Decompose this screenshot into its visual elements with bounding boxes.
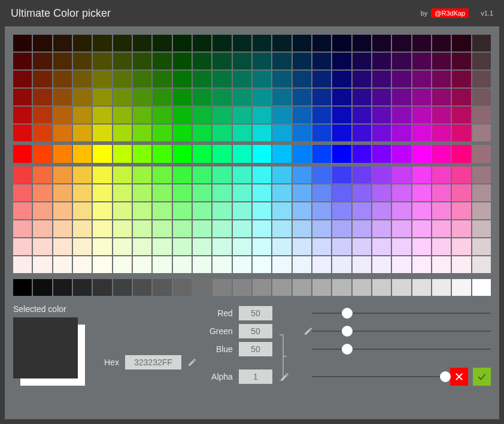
color-swatch[interactable] (212, 145, 231, 163)
color-swatch[interactable] (353, 238, 371, 255)
color-swatch[interactable] (312, 238, 331, 255)
color-swatch[interactable] (53, 256, 72, 273)
color-swatch[interactable] (332, 220, 351, 237)
color-swatch[interactable] (153, 145, 171, 163)
color-swatch[interactable] (253, 89, 271, 105)
author-badge[interactable]: @R3dKap (431, 8, 469, 18)
cancel-button[interactable] (450, 368, 468, 386)
color-swatch[interactable] (193, 279, 211, 296)
color-swatch[interactable] (272, 53, 291, 69)
color-swatch[interactable] (312, 166, 331, 183)
color-swatch[interactable] (253, 184, 271, 201)
color-swatch[interactable] (312, 107, 331, 123)
color-swatch[interactable] (472, 71, 491, 87)
color-swatch[interactable] (272, 35, 291, 52)
color-swatch[interactable] (173, 89, 192, 105)
color-swatch[interactable] (53, 145, 72, 163)
color-swatch[interactable] (312, 202, 331, 219)
color-swatch[interactable] (332, 279, 351, 296)
color-swatch[interactable] (173, 71, 192, 87)
color-swatch[interactable] (312, 125, 331, 141)
color-swatch[interactable] (173, 238, 192, 255)
color-swatch[interactable] (293, 256, 311, 273)
color-swatch[interactable] (312, 220, 331, 237)
color-swatch[interactable] (93, 238, 111, 255)
color-swatch[interactable] (392, 145, 411, 163)
color-swatch[interactable] (53, 53, 72, 69)
color-swatch[interactable] (412, 89, 431, 105)
color-swatch[interactable] (432, 166, 451, 183)
color-swatch[interactable] (153, 107, 171, 123)
color-swatch[interactable] (233, 89, 251, 105)
color-swatch[interactable] (253, 166, 271, 183)
color-swatch[interactable] (272, 145, 291, 163)
color-swatch[interactable] (173, 220, 192, 237)
color-swatch[interactable] (73, 256, 92, 273)
color-swatch[interactable] (432, 220, 451, 237)
green-slider[interactable] (312, 325, 491, 337)
color-swatch[interactable] (33, 35, 51, 52)
color-swatch[interactable] (353, 202, 371, 219)
color-swatch[interactable] (33, 220, 51, 237)
color-swatch[interactable] (53, 166, 72, 183)
color-swatch[interactable] (432, 125, 451, 141)
color-swatch[interactable] (13, 53, 32, 69)
color-swatch[interactable] (472, 279, 491, 296)
color-swatch[interactable] (173, 256, 192, 273)
color-swatch[interactable] (212, 166, 231, 183)
color-swatch[interactable] (332, 107, 351, 123)
color-swatch[interactable] (133, 256, 151, 273)
color-swatch[interactable] (372, 166, 391, 183)
color-swatch[interactable] (272, 184, 291, 201)
color-swatch[interactable] (432, 145, 451, 163)
color-swatch[interactable] (153, 53, 171, 69)
color-swatch[interactable] (193, 184, 211, 201)
color-swatch[interactable] (332, 166, 351, 183)
pencil-icon[interactable] (187, 358, 197, 367)
color-swatch[interactable] (173, 107, 192, 123)
color-swatch[interactable] (173, 53, 192, 69)
color-swatch[interactable] (13, 145, 32, 163)
color-swatch[interactable] (13, 220, 32, 237)
color-swatch[interactable] (193, 89, 211, 105)
color-swatch[interactable] (272, 220, 291, 237)
color-swatch[interactable] (372, 279, 391, 296)
color-swatch[interactable] (392, 107, 411, 123)
color-swatch[interactable] (173, 184, 192, 201)
color-swatch[interactable] (233, 184, 251, 201)
blue-input[interactable] (239, 342, 272, 356)
alpha-edit-pencil[interactable] (278, 372, 292, 381)
color-swatch[interactable] (253, 125, 271, 141)
color-swatch[interactable] (33, 238, 51, 255)
color-swatch[interactable] (452, 125, 470, 141)
color-swatch[interactable] (452, 184, 470, 201)
color-swatch[interactable] (113, 145, 132, 163)
color-swatch[interactable] (412, 238, 431, 255)
color-swatch[interactable] (293, 220, 311, 237)
color-swatch[interactable] (113, 238, 132, 255)
color-swatch[interactable] (93, 256, 111, 273)
color-swatch[interactable] (153, 184, 171, 201)
color-swatch[interactable] (33, 107, 51, 123)
color-swatch[interactable] (133, 35, 151, 52)
color-swatch[interactable] (133, 125, 151, 141)
color-swatch[interactable] (193, 71, 211, 87)
color-swatch[interactable] (412, 184, 431, 201)
color-swatch[interactable] (272, 89, 291, 105)
color-swatch[interactable] (272, 202, 291, 219)
color-swatch[interactable] (432, 202, 451, 219)
color-swatch[interactable] (472, 238, 491, 255)
color-swatch[interactable] (212, 71, 231, 87)
color-swatch[interactable] (452, 202, 470, 219)
color-swatch[interactable] (13, 89, 32, 105)
color-swatch[interactable] (73, 279, 92, 296)
color-swatch[interactable] (353, 71, 371, 87)
color-swatch[interactable] (432, 238, 451, 255)
blue-slider[interactable] (312, 343, 491, 355)
color-swatch[interactable] (33, 184, 51, 201)
color-swatch[interactable] (353, 35, 371, 52)
color-swatch[interactable] (113, 202, 132, 219)
color-swatch[interactable] (452, 53, 470, 69)
color-swatch[interactable] (372, 238, 391, 255)
color-swatch[interactable] (412, 256, 431, 273)
